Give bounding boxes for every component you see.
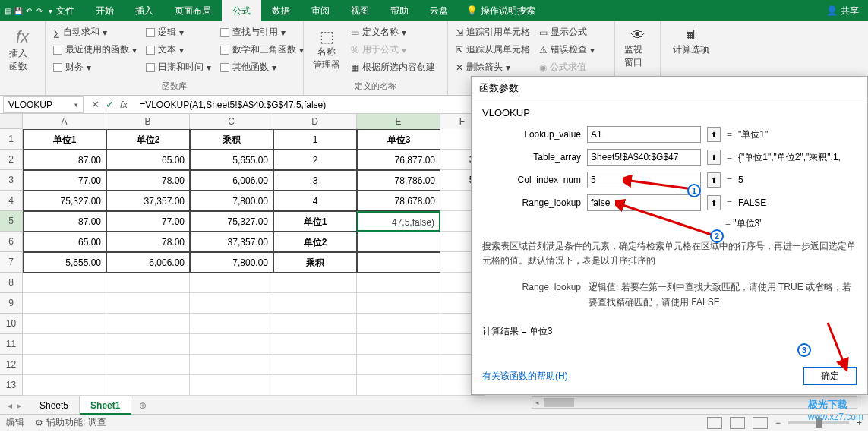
row-9[interactable]: 9 xyxy=(0,293,23,314)
cell[interactable] xyxy=(23,273,106,293)
table-array-input[interactable] xyxy=(587,149,701,166)
collapse-icon[interactable]: ⬆ xyxy=(707,172,721,188)
autosum-button[interactable]: ∑自动求和▾ xyxy=(52,24,138,40)
menu-formula[interactable]: 公式 xyxy=(222,0,261,21)
cell[interactable] xyxy=(106,375,190,396)
cell[interactable] xyxy=(190,314,273,334)
financial-button[interactable]: 财务▾ xyxy=(52,59,138,75)
row-13[interactable]: 13 xyxy=(0,375,23,396)
grid[interactable]: 单位1 单位2 乘积 1 单位3 87.00 65.00 5,655.00 2 … xyxy=(23,129,485,396)
use-formula-button[interactable]: %用于公式▾ xyxy=(349,42,437,58)
cell[interactable]: 76,877.00 xyxy=(357,150,440,170)
menu-home[interactable]: 开始 xyxy=(85,0,125,21)
tab-add[interactable]: ⊕ xyxy=(131,400,154,411)
cell[interactable]: 单位2 xyxy=(273,232,357,252)
collapse-icon[interactable]: ⬆ xyxy=(707,150,721,165)
cell[interactable] xyxy=(357,314,440,334)
row-6[interactable]: 6 xyxy=(0,232,23,252)
cell[interactable]: 5,655.00 xyxy=(190,150,273,170)
name-box-dropdown-icon[interactable]: ▾ xyxy=(74,101,78,109)
redo-icon[interactable]: ↷ xyxy=(35,6,44,15)
cell[interactable]: 65.00 xyxy=(106,150,190,170)
row-1[interactable]: 1 xyxy=(0,129,23,150)
cell[interactable]: 78,786.00 xyxy=(357,170,440,191)
row-7[interactable]: 7 xyxy=(0,252,23,273)
menu-data[interactable]: 数据 xyxy=(261,0,301,21)
cell[interactable]: 75,327.00 xyxy=(23,191,106,211)
cell[interactable]: 37,357.00 xyxy=(106,191,190,211)
cell[interactable]: 87.00 xyxy=(23,150,106,170)
menu-help[interactable]: 帮助 xyxy=(380,0,419,21)
cell[interactable]: 4 xyxy=(273,191,357,211)
cell[interactable]: 78,678.00 xyxy=(357,191,440,211)
other-button[interactable]: 其他函数▾ xyxy=(219,59,305,75)
cell[interactable]: 6,006.00 xyxy=(190,170,273,191)
view-normal-button[interactable] xyxy=(707,417,722,429)
cell[interactable]: 77.00 xyxy=(106,211,190,232)
remove-arrows-button[interactable]: ✕删除箭头▾ xyxy=(454,59,532,75)
row-2[interactable]: 2 xyxy=(0,150,23,170)
cell[interactable] xyxy=(357,252,440,273)
col-B[interactable]: B xyxy=(106,114,190,129)
cell[interactable]: 1 xyxy=(273,129,357,150)
cell[interactable] xyxy=(23,314,106,334)
logic-button[interactable]: 逻辑▾ xyxy=(144,24,213,40)
insert-function-button[interactable]: fx 插入函数 xyxy=(6,24,39,76)
error-check-button[interactable]: ⚠错误检查▾ xyxy=(538,42,596,58)
select-all-corner[interactable] xyxy=(0,114,23,129)
share-button[interactable]: 👤 共享 xyxy=(817,5,868,17)
tab-sheet1[interactable]: Sheet1 xyxy=(80,396,131,415)
menu-file[interactable]: 文件 xyxy=(46,0,85,21)
tab-prev-icon[interactable]: ◂ xyxy=(8,400,12,411)
tell-me[interactable]: 💡 操作说明搜索 xyxy=(466,5,535,17)
cell[interactable]: 乘积 xyxy=(190,129,273,150)
cell[interactable]: 78.00 xyxy=(106,232,190,252)
cell[interactable] xyxy=(190,293,273,314)
trace-dep-button[interactable]: ⇱追踪从属单元格 xyxy=(454,42,532,58)
cell[interactable]: 乘积 xyxy=(273,252,357,273)
row-4[interactable]: 4 xyxy=(0,191,23,211)
cell[interactable] xyxy=(106,273,190,293)
cell[interactable]: 37,357.00 xyxy=(190,232,273,252)
cell[interactable]: 单位3 xyxy=(357,129,440,150)
row-12[interactable]: 12 xyxy=(0,355,23,375)
col-index-input[interactable] xyxy=(587,172,701,188)
cell[interactable] xyxy=(190,334,273,355)
math-button[interactable]: 数学和三角函数▾ xyxy=(219,42,305,58)
name-box[interactable]: VLOOKUP ▾ xyxy=(3,96,84,113)
cell[interactable] xyxy=(273,334,357,355)
trace-prec-button[interactable]: ⇲追踪引用单元格 xyxy=(454,24,532,40)
recent-button[interactable]: 最近使用的函数▾ xyxy=(52,42,138,58)
row-3[interactable]: 3 xyxy=(0,170,23,191)
cell[interactable]: 5,655.00 xyxy=(23,252,106,273)
cell[interactable] xyxy=(23,355,106,375)
cell[interactable]: 3 xyxy=(273,170,357,191)
col-D[interactable]: D xyxy=(273,114,357,129)
menu-view[interactable]: 视图 xyxy=(340,0,380,21)
cell[interactable]: 77.00 xyxy=(23,170,106,191)
scroll-thumb[interactable] xyxy=(544,398,574,407)
save-icon[interactable]: 💾 xyxy=(14,6,23,15)
eval-formula-button[interactable]: ◉公式求值 xyxy=(538,59,596,75)
cell[interactable]: 单位2 xyxy=(106,129,190,150)
zoom-out-button[interactable]: − xyxy=(775,418,781,428)
col-C[interactable]: C xyxy=(190,114,273,129)
lookup-value-input[interactable] xyxy=(587,126,701,143)
menu-cloud[interactable]: 云盘 xyxy=(419,0,459,21)
cell[interactable] xyxy=(106,334,190,355)
fx-button[interactable]: fx xyxy=(120,99,128,110)
collapse-icon[interactable]: ⬆ xyxy=(707,127,721,142)
formula-confirm-button[interactable]: ✓ xyxy=(106,99,114,110)
cell[interactable]: 78.00 xyxy=(106,170,190,191)
row-5[interactable]: 5 xyxy=(0,211,23,232)
col-E[interactable]: E xyxy=(357,114,440,129)
show-formula-button[interactable]: ▭显示公式 xyxy=(538,24,596,40)
cell[interactable] xyxy=(357,232,440,252)
cell[interactable] xyxy=(357,293,440,314)
cell[interactable] xyxy=(273,293,357,314)
calc-options-button[interactable]: 🖩 计算选项 xyxy=(667,24,715,59)
cell[interactable] xyxy=(190,273,273,293)
cell[interactable] xyxy=(273,355,357,375)
cell[interactable] xyxy=(357,273,440,293)
cell[interactable] xyxy=(190,355,273,375)
